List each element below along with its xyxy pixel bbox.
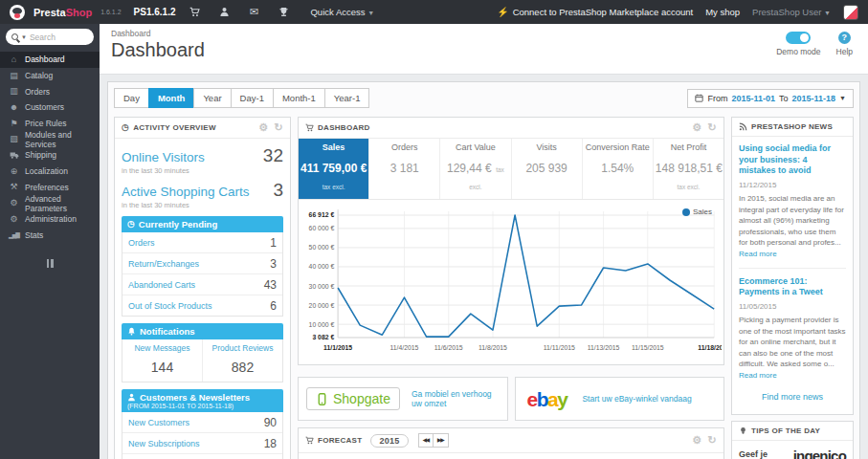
range-year-1-button[interactable]: Year-1 [324,88,370,108]
module-promos: Shopgate Ga mobiel en verhoog uw omzet e… [298,377,724,421]
panel-refresh-icon[interactable]: ↻ [274,122,283,133]
range-year-button[interactable]: Year [193,88,230,108]
online-visitors-label[interactable]: Online Visitors [122,150,205,164]
sidebar-search[interactable]: ▼ [6,29,94,45]
chevron-down-icon: ▼ [839,95,846,101]
panel-refresh-icon[interactable]: ↻ [707,122,717,133]
sidebar-nav: ⌂Dashboard ▤Catalog ▥Orders ☻Customers ⚑… [0,52,100,243]
svg-text:66 912 €: 66 912 € [309,211,335,218]
kpi-orders[interactable]: Orders3 181 [368,139,439,199]
legend-dot-icon [682,208,690,216]
panel-settings-icon[interactable]: ⚙ [258,122,268,133]
avatar[interactable] [843,5,858,20]
sidebar-item-localization[interactable]: ⊕Localization [0,164,100,180]
shopgate-link[interactable]: Ga mobiel en verhoog uw omzet [412,389,500,408]
kpi-strip: Sales411 759,00 € tax excl. Orders3 181 … [299,139,723,200]
user-menu[interactable]: PrestaShop User ▼ [752,7,831,17]
date-from: 2015-11-01 [731,94,775,103]
trophy-icon[interactable] [273,7,294,18]
customer-icon[interactable] [213,7,234,18]
chevron-down-icon: ▼ [367,10,374,16]
breadcrumb: Dashboard [111,29,857,38]
shopgate-promo: Shopgate Ga mobiel en verhoog uw omzet [298,377,508,421]
marketplace-link[interactable]: ⚡Connect to PrestaShop Marketplace accou… [497,7,693,17]
clock-icon: ◷ [127,220,135,229]
pending-orders-row[interactable]: Orders1 [122,232,282,253]
range-day-button[interactable]: Day [114,88,148,108]
sidebar-item-advanced-parameters[interactable]: ⚙Advanced Parameters [0,195,100,211]
kpi-sales[interactable]: Sales411 759,00 € tax excl. [299,139,368,199]
ebay-link[interactable]: Start uw eBay-winkel vandaag [582,394,691,404]
home-icon: ⌂ [9,55,19,64]
read-more-link[interactable]: Read more [739,250,777,258]
next-year-button[interactable]: ▶▶ [434,433,448,448]
new-customers-row[interactable]: New Customers90 [122,412,282,433]
main-area: Dashboard Dashboard Demo mode ? Help Day… [100,24,868,459]
kpi-net-profit[interactable]: Net Profit148 918,51 € tax excl. [653,139,723,199]
sidebar: ▼ ⌂Dashboard ▤Catalog ▥Orders ☻Customers… [0,24,100,459]
ebay-promo: ebay Start uw eBay-winkel vandaag [515,377,725,421]
my-shop-link[interactable]: My shop [705,7,740,17]
forecast-year-badge: 2015 [370,434,408,448]
quick-access-menu[interactable]: Quick Access ▼ [310,7,374,17]
notifications-cells: New Messages144 Product Reviews882 [122,339,283,382]
users-icon: ☻ [9,103,19,112]
new-messages-cell[interactable]: New Messages144 [122,339,202,382]
pending-out-of-stock-row[interactable]: Out of Stock Products6 [122,295,282,316]
calendar-icon [695,94,703,102]
help-control: ? Help [836,32,853,56]
find-more-news-link[interactable]: Find more news [739,392,846,402]
sidebar-item-administration[interactable]: ⚙Administration [0,211,100,228]
kpi-cart-value[interactable]: Cart Value129,44 € tax excl. [439,139,510,199]
product-reviews-cell[interactable]: Product Reviews882 [202,339,282,382]
help-icon[interactable]: ? [838,32,851,44]
new-subscriptions-row[interactable]: New Subscriptions18 [122,433,282,454]
sales-line-chart[interactable]: 3 082 €10 000 €20 000 €30 000 €40 000 €5… [300,204,722,364]
cart-icon[interactable] [184,7,205,18]
sidebar-item-orders[interactable]: ▥Orders [0,83,100,99]
kpi-visits[interactable]: Visits205 939 [511,139,582,199]
svg-text:11/13/2015: 11/13/2015 [588,344,620,351]
cart-icon [305,123,314,132]
pending-abandoned-carts-row[interactable]: Abandoned Carts43 [122,274,282,295]
svg-text:40 000 €: 40 000 € [309,263,335,270]
demo-mode-toggle[interactable] [786,32,811,44]
pending-returns-row[interactable]: Return/Exchanges3 [122,253,282,274]
panel-settings-icon[interactable]: ⚙ [692,122,701,133]
active-carts-value: 3 [273,180,283,201]
help-label: Help [836,47,853,56]
previous-year-button[interactable]: ◀◀ [418,433,434,448]
kpi-conversion-rate[interactable]: Conversion Rate1.54% [582,139,653,199]
chart-legend[interactable]: Sales [682,208,712,216]
tips-of-the-day-panel: TIPS OF THE DAY ingenico Payment service… [731,421,854,459]
demo-mode-control: Demo mode [776,32,820,56]
sidebar-item-customers[interactable]: ☻Customers [0,99,100,116]
sidebar-item-stats[interactable]: ▂▅▇Stats [0,228,100,244]
news-article-title[interactable]: Ecommerce 101: Payments in a Tweet [739,276,846,298]
range-month-button[interactable]: Month [148,88,194,108]
collapse-menu-button[interactable] [0,254,100,272]
svg-text:11/11/2015: 11/11/2015 [544,344,575,351]
panel-settings-icon[interactable]: ⚙ [692,435,701,446]
sidebar-item-modules[interactable]: ▧Modules and Services [0,131,100,147]
forecast-panel: FORECAST 2015 ◀◀ ▶▶ ⚙↻ Traffic Conversio… [298,427,724,459]
range-month-1-button[interactable]: Month-1 [273,88,324,108]
range-day-1-button[interactable]: Day-1 [231,88,273,108]
news-article-title[interactable]: Using social media for your business: 4 … [739,143,846,177]
top-bar-right: ⚡Connect to PrestaShop Marketplace accou… [497,5,858,20]
cogs-icon: ⚙ [9,199,19,208]
sidebar-item-shipping[interactable]: Shipping [0,147,100,164]
date-range-picker[interactable]: From2015-11-01 To2015-11-18 ▼ [687,89,854,108]
notifications-header: Notifications [122,323,283,339]
search-input[interactable] [30,33,88,42]
envelope-icon[interactable]: ✉ [243,7,264,17]
sidebar-item-catalog[interactable]: ▤Catalog [0,68,100,84]
activity-overview-header: ◷ ACTIVITY OVERVIEW ⚙↻ [115,118,290,139]
active-carts-label[interactable]: Active Shopping Carts [122,185,250,199]
panel-refresh-icon[interactable]: ↻ [707,435,717,446]
sidebar-item-dashboard[interactable]: ⌂Dashboard [0,52,100,68]
read-more-link[interactable]: Read more [739,371,777,380]
total-subscribers-row[interactable]: Total Subscribers1308 [122,454,282,459]
currently-pending-header: ◷Currently Pending [122,216,283,232]
clock-icon: ◷ [122,123,129,132]
